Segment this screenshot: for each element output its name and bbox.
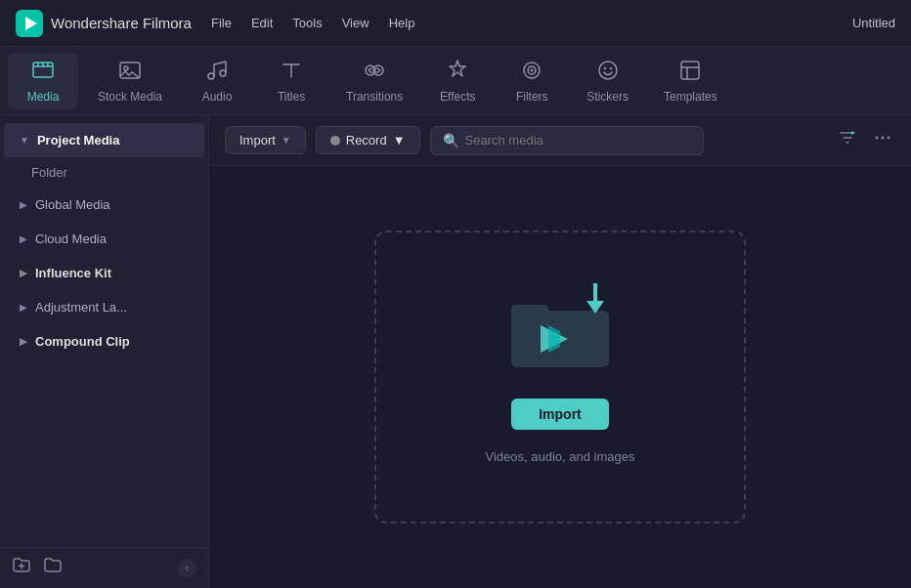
search-box[interactable]: 🔍 (430, 126, 704, 155)
filter-button[interactable] (835, 125, 860, 155)
tab-media-label: Media (27, 90, 60, 104)
app-logo-icon (16, 10, 43, 37)
svg-point-19 (888, 137, 890, 140)
sidebar-item-folder[interactable]: Folder (0, 157, 208, 188)
sidebar: ▼ Project Media Folder ▶ Global Media ▶ … (0, 115, 209, 588)
menu-view[interactable]: View (342, 16, 369, 30)
tab-titles[interactable]: Titles (256, 53, 326, 109)
record-button[interactable]: Record ▼ (316, 126, 420, 154)
tab-templates[interactable]: Templates (648, 53, 733, 109)
influence-kit-arrow: ▶ (20, 268, 27, 278)
import-chevron-icon: ▼ (282, 135, 291, 146)
tab-audio[interactable]: Audio (182, 53, 252, 109)
sidebar-item-compound-clip[interactable]: ▶ Compound Clip (4, 324, 204, 358)
menu-tools[interactable]: Tools (292, 16, 322, 30)
tab-stickers-label: Stickers (586, 90, 629, 104)
tab-stock-media-label: Stock Media (98, 90, 162, 104)
tab-filters[interactable]: Filters (497, 53, 567, 109)
import-button[interactable]: Import ▼ (225, 126, 306, 154)
svg-point-14 (609, 66, 611, 68)
templates-icon (678, 59, 702, 86)
menu-file[interactable]: File (211, 16, 232, 30)
transitions-icon (363, 59, 386, 86)
tab-effects[interactable]: Effects (422, 53, 493, 109)
search-icon: 🔍 (443, 133, 459, 148)
import-area: Import Videos, audio, and images (209, 166, 911, 588)
svg-point-17 (876, 137, 879, 140)
sidebar-item-global-media-label: Global Media (35, 197, 110, 212)
sidebar-item-adjustment-la-label: Adjustment La... (35, 300, 127, 315)
svg-point-13 (603, 66, 605, 68)
sidebar-item-influence-kit-label: Influence Kit (35, 266, 111, 280)
record-chevron-icon: ▼ (393, 133, 406, 147)
stickers-icon (596, 59, 620, 86)
sidebar-item-cloud-media[interactable]: ▶ Cloud Media (4, 222, 204, 256)
title-bar: Wondershare Filmora File Edit Tools View… (0, 0, 911, 47)
tab-audio-label: Audio (202, 90, 233, 104)
sidebar-item-compound-clip-label: Compound Clip (35, 334, 130, 349)
sidebar-item-global-media[interactable]: ▶ Global Media (4, 188, 204, 222)
sidebar-content: ▼ Project Media Folder ▶ Global Media ▶ … (0, 115, 208, 547)
sidebar-item-cloud-media-label: Cloud Media (35, 231, 107, 246)
toolbar-right (835, 125, 895, 155)
cloud-media-arrow: ▶ (20, 233, 27, 244)
sidebar-item-project-media-label: Project Media (37, 133, 120, 147)
import-button-label: Import (239, 133, 276, 147)
tab-bar: Media Stock Media Audio Titles (0, 47, 911, 115)
project-media-arrow: ▼ (20, 135, 29, 146)
tab-transitions-label: Transitions (346, 90, 403, 104)
compound-clip-arrow: ▶ (20, 336, 27, 347)
media-area: Import ▼ Record ▼ 🔍 (209, 115, 911, 588)
svg-point-18 (882, 137, 885, 140)
download-arrow (586, 283, 604, 314)
sidebar-item-adjustment-la[interactable]: ▶ Adjustment La... (4, 290, 204, 324)
adjustment-la-arrow: ▶ (20, 302, 27, 313)
svg-point-5 (208, 73, 214, 79)
svg-point-16 (851, 132, 854, 135)
effects-icon (446, 59, 469, 86)
search-input[interactable] (465, 133, 691, 147)
sidebar-bottom-icons (12, 556, 63, 580)
new-bin-icon[interactable] (43, 556, 63, 580)
menu-items: File Edit Tools View Help (211, 16, 414, 30)
new-folder-icon[interactable] (12, 556, 31, 580)
tab-stickers[interactable]: Stickers (571, 53, 644, 109)
tab-filters-label: Filters (516, 90, 548, 104)
collapse-sidebar-button[interactable]: ‹ (177, 559, 196, 578)
tab-templates-label: Templates (664, 90, 717, 104)
menu-edit[interactable]: Edit (251, 16, 273, 30)
titles-icon (280, 59, 303, 86)
tab-titles-label: Titles (278, 90, 305, 104)
svg-rect-21 (511, 305, 548, 318)
svg-point-11 (531, 68, 534, 71)
menu-help[interactable]: Help (389, 16, 415, 30)
tab-stock-media[interactable]: Stock Media (82, 53, 178, 109)
window-title: Untitled (852, 16, 895, 30)
import-drop-button[interactable]: Import (511, 399, 609, 430)
global-media-arrow: ▶ (20, 199, 27, 210)
record-dot-icon (330, 136, 340, 146)
sidebar-bottom: ‹ (0, 547, 208, 588)
svg-point-4 (124, 66, 128, 70)
drop-zone-icon (506, 291, 614, 379)
sidebar-item-influence-kit[interactable]: ▶ Influence Kit (4, 256, 204, 290)
tab-effects-label: Effects (440, 90, 475, 104)
svg-rect-15 (681, 62, 699, 79)
stock-media-icon (118, 59, 142, 86)
title-bar-left: Wondershare Filmora File Edit Tools View… (16, 10, 414, 37)
app-name: Wondershare Filmora (51, 15, 192, 31)
more-options-button[interactable] (870, 125, 895, 155)
media-icon (31, 59, 55, 86)
tab-transitions[interactable]: Transitions (330, 53, 418, 109)
sidebar-item-folder-label: Folder (31, 165, 67, 180)
sidebar-item-project-media[interactable]: ▼ Project Media (4, 123, 204, 157)
tab-media[interactable]: Media (8, 53, 78, 109)
import-drop-zone: Import Videos, audio, and images (374, 231, 746, 524)
main-content: ▼ Project Media Folder ▶ Global Media ▶ … (0, 115, 911, 588)
app-logo: Wondershare Filmora (16, 10, 192, 37)
import-drop-description: Videos, audio, and images (486, 449, 635, 464)
filters-icon (520, 59, 543, 86)
svg-point-6 (220, 70, 226, 76)
audio-icon (205, 59, 229, 86)
svg-point-12 (599, 62, 617, 79)
